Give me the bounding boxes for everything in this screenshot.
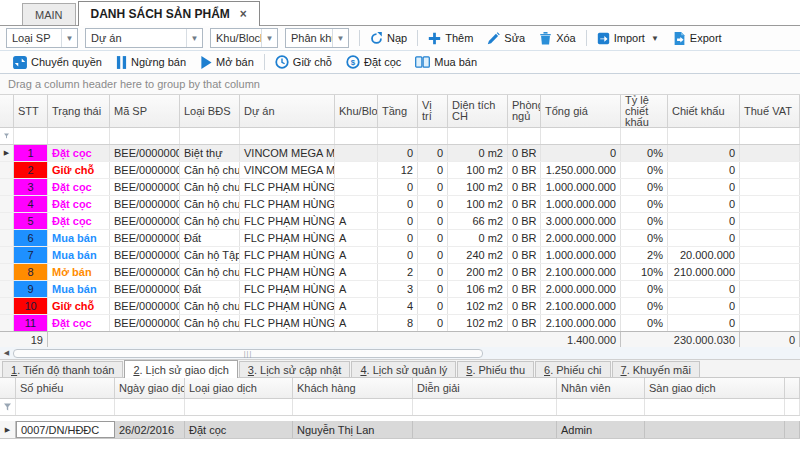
cell-phong_ngu: 0 BR [508, 281, 541, 297]
filter-cell[interactable] [621, 128, 668, 144]
table-row[interactable]: 4Đặt cọcBEE/000000013Căn hộ chu...FLC PH… [0, 196, 800, 213]
detail-column-header-5[interactable]: Diễn giải [413, 378, 557, 398]
edit-button[interactable]: Sửa [480, 27, 532, 49]
table-row[interactable]: 7Mua bánBEE/000000003Căn hộ Tập...FLC PH… [0, 247, 800, 264]
chevron-down-icon[interactable]: ▼ [61, 29, 77, 47]
chuyen-quyen-button[interactable]: Chuyển quyền [6, 51, 109, 73]
detail-column-header-7[interactable]: Sàn giao dịch [645, 378, 785, 398]
detail-filter-cell[interactable] [293, 399, 413, 415]
add-button[interactable]: Thêm [421, 27, 480, 49]
filter-funnel-cell[interactable] [0, 128, 14, 144]
mo-ban-button[interactable]: Mở bán [193, 51, 261, 73]
detail-tab-6[interactable]: 6. Phiếu chi [535, 361, 611, 377]
filter-cell[interactable] [541, 128, 621, 144]
column-header-14[interactable]: Thuế VAT [740, 95, 800, 127]
detail-column-header-1[interactable]: Số phiếu [16, 378, 115, 398]
detail-filter-cell[interactable] [185, 399, 293, 415]
column-header-5[interactable]: Dự án [240, 95, 335, 127]
column-header-9[interactable]: Diện tích CH [448, 95, 508, 127]
detail-filter-row[interactable] [0, 399, 800, 416]
detail-tab-1[interactable]: 1. Tiến độ thanh toán [2, 361, 123, 377]
table-row[interactable]: 10Giữ chỗBEE/000000007Căn hộ chu...FLC P… [0, 298, 800, 315]
detail-column-header-3[interactable]: Loại giao dịch [185, 378, 293, 398]
detail-filter-cell[interactable] [115, 399, 185, 415]
cell-ty_le: 0% [621, 196, 668, 212]
filter-cell[interactable] [240, 128, 335, 144]
cell-du_an: VINCOM MEGA MALL [240, 162, 335, 178]
close-icon[interactable]: × [240, 7, 247, 21]
column-header-12[interactable]: Tỷ lệ chiết khấu [621, 95, 668, 127]
tab-main[interactable]: MAIN [22, 3, 76, 25]
table-row[interactable]: 8Mở bánBEE/000000018Căn hộ chu...FLC PHẠ… [0, 264, 800, 281]
ngung-ban-button[interactable]: Ngừng bán [109, 51, 193, 73]
cell-dien_tich: 106 m2 [448, 281, 508, 297]
chevron-down-icon[interactable]: ▼ [261, 29, 277, 47]
filter-cell[interactable] [418, 128, 448, 144]
filter-cell[interactable] [335, 128, 378, 144]
detail-filter-cell[interactable] [16, 399, 115, 415]
chevron-down-icon[interactable]: ▼ [186, 29, 202, 47]
filter-cell[interactable] [508, 128, 541, 144]
dat-coc-button[interactable]: $ Đặt cọc [339, 51, 408, 73]
export-button[interactable]: Export [666, 27, 729, 49]
detail-filter-cell[interactable] [645, 399, 785, 415]
table-row[interactable]: 3Đặt cọcBEE/000000020Căn hộ chu...FLC PH… [0, 179, 800, 196]
column-header-3[interactable]: Mã SP [110, 95, 180, 127]
column-header-7[interactable]: Tầng [378, 95, 418, 127]
detail-tab-2[interactable]: 2. Lịch sử giao dịch [124, 360, 237, 378]
column-header-4[interactable]: Loại BĐS [180, 95, 240, 127]
mua-ban-button[interactable]: Mua bán [408, 51, 484, 73]
scrollbar-thumb[interactable]: ||| [13, 349, 483, 358]
detail-filter-funnel-cell[interactable] [0, 399, 16, 415]
du-an-combobox[interactable]: Dự án ▼ [85, 28, 203, 48]
table-row[interactable]: 6Mua bánBEE/000000005ĐấtFLC PHẠM HÙNGA00… [0, 230, 800, 247]
horizontal-scrollbar[interactable]: ◀ ||| [0, 347, 800, 360]
filter-cell[interactable] [740, 128, 800, 144]
detail-filter-cell[interactable] [557, 399, 645, 415]
filter-cell[interactable] [110, 128, 180, 144]
column-header-1[interactable]: STT [14, 95, 48, 127]
detail-tab-4[interactable]: 4. Lịch sử quản lý [351, 361, 456, 377]
detail-column-header-6[interactable]: Nhân viên [557, 378, 645, 398]
detail-column-header-4[interactable]: Khách hàng [293, 378, 413, 398]
delete-button[interactable]: Xóa [532, 27, 583, 49]
filter-cell[interactable] [378, 128, 418, 144]
phan-khu-combobox[interactable]: Phân khu ▼ [285, 28, 349, 48]
grid-filter-row[interactable] [0, 128, 800, 145]
table-row[interactable]: 5Đặt cọcBEE/000000012Căn hộ chu...FLC PH… [0, 213, 800, 230]
table-row[interactable]: 11Đặt cọcBEE/000000010Căn hộ chu...FLC P… [0, 315, 800, 331]
filter-cell[interactable] [14, 128, 48, 144]
detail-tab-3[interactable]: 3. Lịch sử cập nhật [239, 361, 351, 377]
column-header-10[interactable]: Phòng ngủ [508, 95, 541, 127]
filter-cell[interactable] [180, 128, 240, 144]
scroll-left-icon[interactable]: ◀ [0, 347, 13, 360]
cell-vi_tri: 0 [418, 145, 448, 161]
detail-tab-7[interactable]: 7. Khuyến mãi [612, 361, 700, 377]
filter-cell[interactable] [668, 128, 740, 144]
column-header-13[interactable]: Chiết khấu [668, 95, 740, 127]
chevron-down-icon[interactable]: ▼ [332, 29, 348, 47]
refresh-button[interactable]: Nạp [363, 27, 414, 49]
table-row[interactable]: 9Mua bánBEE/000000004ĐấtFLC PHẠM HÙNGA30… [0, 281, 800, 298]
detail-filter-cell[interactable] [785, 399, 800, 415]
table-row[interactable]: 2Giữ chỗBEE/000000017Căn hộ chu...VINCOM… [0, 162, 800, 179]
detail-table-row[interactable]: ▶0007/DN/HĐĐC26/02/2016Đặt cọcNguyễn Thị… [0, 421, 800, 439]
detail-column-header-2[interactable]: Ngày giao dịch [115, 378, 185, 398]
detail-tab-5[interactable]: 5. Phiếu thu [457, 361, 534, 377]
detail-tabstrip: 1. Tiến độ thanh toán2. Lịch sử giao dịc… [0, 360, 800, 378]
loai-sp-combobox[interactable]: Loại SP ▼ [6, 28, 78, 48]
filter-cell[interactable] [48, 128, 110, 144]
column-header-11[interactable]: Tổng giá [541, 95, 621, 127]
import-button[interactable]: Import ▼ [590, 27, 666, 49]
column-header-8[interactable]: Vị trí [418, 95, 448, 127]
column-header-2[interactable]: Trạng thái [48, 95, 110, 127]
group-by-panel[interactable]: Drag a column header here to group by th… [0, 74, 800, 95]
tab-label: . Phiếu chi [550, 364, 601, 376]
detail-filter-cell[interactable] [413, 399, 557, 415]
giu-cho-button[interactable]: Giữ chỗ [268, 51, 339, 73]
tab-danh-sach-san-pham[interactable]: DANH SÁCH SẢN PHẨM × [78, 1, 260, 26]
table-row[interactable]: ▶1Đặt cọcBEE/000000016Biệt thựVINCOM MEG… [0, 145, 800, 162]
khu-block-combobox[interactable]: Khu/Block ▼ [210, 28, 278, 48]
filter-cell[interactable] [448, 128, 508, 144]
column-header-6[interactable]: Khu/Block [335, 95, 378, 127]
